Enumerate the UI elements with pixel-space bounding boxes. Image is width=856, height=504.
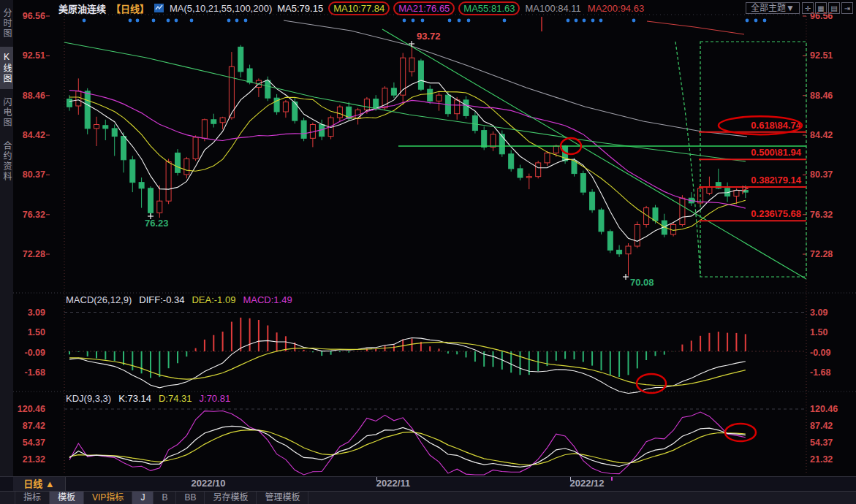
sidebar-item-4[interactable]: 合约资料: [0, 136, 13, 187]
date-tick-3: 2022/12: [570, 478, 605, 489]
bottom-tab-4[interactable]: J: [132, 492, 154, 504]
date-axis-row: 日线 ▲ 2022/102022/112022/12: [0, 476, 856, 491]
macd-dea-value: DEA:-1.09: [192, 294, 235, 305]
fibonacci-levels[interactable]: 0.618\84.740.500\81.940.382\79.140.236\7…: [699, 116, 806, 221]
chart-pane-icon[interactable]: ▤: [828, 2, 840, 14]
ma-value-4: MA55:81.63: [458, 1, 520, 15]
svg-text:84.42: 84.42: [23, 130, 45, 140]
svg-text:84.42: 84.42: [810, 130, 833, 140]
bottom-tab-2[interactable]: 模板: [50, 492, 84, 504]
ma-value-2: MA10:77.84: [328, 1, 390, 15]
svg-text:0.618\84.74: 0.618\84.74: [751, 120, 801, 131]
svg-text:120.46: 120.46: [810, 404, 838, 414]
svg-text:21.32: 21.32: [23, 454, 45, 465]
svg-text:-0.09: -0.09: [25, 348, 46, 358]
svg-text:87.42: 87.42: [810, 421, 833, 431]
svg-text:70.08: 70.08: [630, 277, 654, 288]
sidebar-item-1[interactable]: 分时图: [0, 3, 13, 44]
svg-text:1.50: 1.50: [28, 327, 45, 337]
date-tick-2: 2022/11: [376, 478, 410, 489]
svg-text:3.09: 3.09: [810, 308, 827, 318]
ma-value-5: MA100:84.11: [525, 3, 580, 14]
macd-name-label: MACD(26,12,9): [66, 294, 132, 305]
svg-text:-1.68: -1.68: [810, 367, 831, 378]
bottom-tab-bar: 指标模板VIP指标JBBB另存模板管理模板: [0, 491, 856, 504]
svg-text:93.72: 93.72: [417, 31, 441, 42]
kdj-name-label: KDJ(9,3,3): [66, 393, 111, 404]
app-window: 96.5696.5692.5192.5188.4688.4684.4284.42…: [0, 0, 856, 504]
ma-value-3: MA21:76.65: [393, 1, 455, 15]
bottom-tab-8[interactable]: 管理模板: [257, 492, 308, 504]
svg-text:72.28: 72.28: [810, 249, 833, 259]
svg-text:92.51: 92.51: [23, 50, 45, 61]
bottom-tab-3[interactable]: VIP指标: [84, 492, 132, 504]
sidebar-item-3[interactable]: 闪电图: [0, 92, 13, 133]
svg-text:-1.68: -1.68: [25, 367, 46, 378]
macd-diff-value: DIFF:-0.34: [139, 294, 184, 305]
svg-text:88.46: 88.46: [810, 91, 833, 101]
month-tick-mark: [376, 477, 377, 481]
bottom-tab-5[interactable]: B: [154, 492, 176, 504]
svg-text:87.42: 87.42: [23, 421, 45, 431]
bottom-tab-7[interactable]: 另存模板: [205, 492, 257, 504]
svg-text:-0.09: -0.09: [810, 348, 831, 358]
ma-value-1: MA5:79.15: [277, 3, 323, 14]
cursor-tick-mark: [611, 477, 613, 481]
svg-text:3.09: 3.09: [28, 308, 45, 318]
sidebar-item-2[interactable]: K线图: [0, 47, 13, 89]
svg-text:96.56: 96.56: [23, 11, 45, 21]
crosshair-icon[interactable]: ✛: [802, 2, 814, 14]
collapse-right-icon[interactable]: ⇥: [841, 2, 853, 14]
macd-macd-value: MACD:1.49: [243, 294, 292, 305]
month-tick-mark: [570, 477, 571, 481]
macd-layer: [69, 318, 746, 394]
svg-text:54.37: 54.37: [23, 438, 45, 448]
candles-layer: [67, 44, 749, 275]
svg-text:1.50: 1.50: [810, 327, 827, 337]
svg-text:76.23: 76.23: [145, 218, 169, 229]
kdj-d-value: D:74.31: [159, 393, 192, 404]
mini-chart-icon: [154, 3, 164, 13]
bottom-tab-1[interactable]: 指标: [15, 492, 50, 504]
bottom-tab-6[interactable]: BB: [176, 492, 205, 504]
kdj-k-value: K:73.14: [118, 393, 151, 404]
svg-text:0.382\79.14: 0.382\79.14: [751, 175, 801, 186]
macd-panel-header: MACD(26,12,9) DIFF:-0.34 DEA:-1.09 MACD:…: [66, 294, 292, 305]
drawing-lines-layer[interactable]: [382, 29, 806, 279]
date-tick-1: 2022/10: [192, 478, 226, 489]
kdj-layer: [69, 411, 746, 476]
ma-group-label: MA(5,10,21,55,100,200): [170, 3, 272, 14]
svg-text:88.46: 88.46: [23, 91, 45, 101]
svg-text:120.46: 120.46: [18, 404, 45, 414]
svg-text:54.37: 54.37: [810, 438, 833, 448]
svg-text:76.32: 76.32: [23, 210, 45, 220]
svg-text:80.37: 80.37: [23, 169, 45, 180]
chart-header: 美原油连续 【日线】 MA(5,10,21,55,100,200) MA5:79…: [58, 0, 853, 16]
svg-text:0.236\75.68: 0.236\75.68: [751, 208, 801, 219]
svg-text:80.37: 80.37: [810, 169, 833, 180]
svg-text:72.28: 72.28: [23, 249, 45, 259]
svg-text:76.32: 76.32: [810, 210, 833, 220]
period-selector[interactable]: 日线 ▲: [13, 477, 66, 492]
svg-text:21.32: 21.32: [810, 454, 833, 465]
left-sidebar: 分时图K线图闪电图合约资料: [0, 0, 13, 504]
kdj-j-value: J:70.81: [200, 393, 231, 404]
pane-grid-icon[interactable]: ▦: [815, 2, 827, 14]
symbol-title: 美原油连续: [58, 1, 106, 15]
kdj-panel-header: KDJ(9,3,3) K:73.14 D:74.31 J:70.81: [66, 393, 230, 404]
svg-text:92.51: 92.51: [810, 50, 833, 61]
period-tag: 【日线】: [111, 1, 149, 15]
main-chart-svg[interactable]: 96.5696.5692.5192.5188.4688.4684.4284.42…: [0, 0, 856, 504]
ma-value-6: MA200:94.63: [588, 3, 644, 14]
theme-select-button[interactable]: 全部主题▼: [746, 2, 800, 14]
ma-values: MA5:79.15MA10:77.84MA21:76.65MA55:81.63M…: [277, 1, 644, 15]
svg-text:0.500\81.94: 0.500\81.94: [751, 147, 801, 158]
